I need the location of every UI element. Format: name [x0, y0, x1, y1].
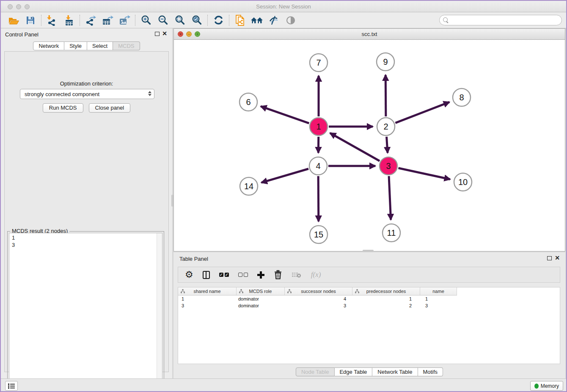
export-image-icon[interactable]	[116, 14, 133, 27]
zoom-in-icon[interactable]	[138, 14, 154, 27]
tab-mcds[interactable]: MCDS	[113, 41, 140, 50]
graph-node-1[interactable]: 1	[310, 118, 328, 135]
settings-gear-icon[interactable]: ⚙	[185, 270, 193, 279]
memory-button[interactable]: Memory	[530, 381, 563, 391]
table-cell: 4	[285, 296, 352, 301]
graph-node-7[interactable]: 7	[310, 54, 328, 72]
toolbar-separator	[207, 15, 208, 26]
svg-text:15: 15	[314, 230, 323, 239]
graph-edge-3-1[interactable]	[330, 133, 380, 161]
column-header-shared-name[interactable]: shared name	[178, 287, 237, 295]
optimization-criterion-select[interactable]: strongly connected component	[20, 89, 154, 99]
column-header-mcds-role[interactable]: MCDS role	[237, 287, 285, 295]
graph-node-8[interactable]: 8	[453, 88, 471, 106]
control-panel-title: Control Panel	[5, 31, 39, 38]
status-bar: Memory	[1, 378, 566, 392]
show-log-button[interactable]	[5, 381, 18, 391]
zoom-out-icon[interactable]	[154, 14, 171, 27]
table-panel: Table Panel ✕ ⚙ ✓✓ f(x) shared name MCDS…	[173, 252, 565, 378]
svg-text:4: 4	[316, 161, 320, 171]
window-titlebar: Session: New Session	[1, 1, 566, 12]
mcds-result-area[interactable]: 1 3	[9, 233, 162, 389]
open-file-icon[interactable]	[5, 14, 22, 27]
import-network-icon[interactable]	[44, 14, 61, 27]
search-input[interactable]	[451, 17, 561, 23]
graph-edge-2-3[interactable]	[387, 137, 388, 153]
graph-edge-1-6[interactable]	[261, 106, 309, 123]
graph-edge-2-9[interactable]	[385, 75, 386, 116]
table-splitter-handle[interactable]	[363, 250, 374, 252]
tab-network-table[interactable]: Network Table	[372, 367, 418, 376]
delete-row-icon[interactable]	[274, 270, 282, 279]
svg-text:1: 1	[316, 122, 321, 131]
graph-node-15[interactable]: 15	[310, 226, 328, 243]
selected-option: strongly connected component	[25, 91, 99, 97]
panel-splitter-handle[interactable]	[171, 195, 173, 207]
table-tabs: Node Table Edge Table Network Table Moti…	[296, 367, 443, 376]
apply-layout-icon[interactable]	[210, 14, 227, 27]
graph-node-9[interactable]: 9	[377, 53, 394, 71]
hide-graphics-details-icon[interactable]	[265, 14, 282, 27]
control-panel-tabs: Network Style Select MCDS	[1, 41, 172, 50]
table-float-icon[interactable]	[547, 256, 552, 260]
table-cell: 1	[178, 296, 237, 301]
column-header-successor-nodes[interactable]: successor nodes	[285, 287, 352, 295]
table-row[interactable]: 1dominator411	[178, 295, 457, 302]
run-mcds-button[interactable]: Run MCDS	[43, 103, 83, 113]
graph-edge-3-10[interactable]	[398, 168, 450, 179]
network-canvas[interactable]: 7968124314101511	[174, 40, 565, 251]
tab-style[interactable]: Style	[64, 41, 87, 50]
graph-node-3[interactable]: 3	[380, 157, 397, 175]
unselect-all-icon[interactable]	[238, 273, 248, 277]
svg-text:3: 3	[386, 161, 391, 171]
graph-node-14[interactable]: 14	[240, 177, 258, 195]
graph-node-4[interactable]: 4	[309, 157, 327, 175]
show-all-networks-icon[interactable]	[248, 14, 265, 27]
search-field[interactable]	[439, 15, 562, 25]
float-panel-icon[interactable]	[155, 32, 160, 36]
table-cell: dominator	[237, 296, 285, 301]
memory-status-icon	[534, 384, 539, 389]
table-close-icon[interactable]: ✕	[555, 254, 560, 261]
zoom-selected-icon[interactable]	[188, 14, 205, 27]
toolbar-separator	[135, 15, 135, 26]
graph-edge-4-15[interactable]	[318, 176, 319, 221]
graph-edge-3-11[interactable]	[389, 176, 391, 220]
select-all-icon[interactable]: ✓✓	[219, 273, 229, 277]
column-header-name[interactable]: name	[420, 287, 457, 295]
tab-network[interactable]: Network	[33, 41, 64, 50]
column-header-predecessor-nodes[interactable]: predecessor nodes	[352, 287, 420, 295]
add-row-icon[interactable]	[257, 271, 264, 279]
svg-text:11: 11	[387, 228, 396, 237]
main-toolbar	[1, 12, 566, 28]
zoom-fit-icon[interactable]	[171, 14, 188, 27]
result-scrollbar[interactable]	[157, 233, 162, 389]
save-session-icon[interactable]	[22, 14, 39, 27]
svg-text:9: 9	[383, 57, 388, 66]
graph-node-10[interactable]: 10	[454, 173, 472, 191]
node-table-rows: 1dominator4113dominator323	[178, 295, 560, 309]
network-window-titlebar[interactable]: ✕ − + scc.txt	[174, 29, 565, 40]
tab-select[interactable]: Select	[87, 41, 113, 50]
graph-edge-2-8[interactable]	[395, 102, 449, 123]
bird-eye-view-icon[interactable]	[282, 14, 299, 27]
toolbar-separator	[229, 15, 229, 26]
import-table-icon[interactable]	[61, 14, 77, 27]
copy-network-icon[interactable]	[231, 14, 248, 27]
graph-node-11[interactable]: 11	[383, 224, 400, 242]
export-table-icon[interactable]	[99, 14, 116, 27]
show-columns-icon[interactable]	[203, 271, 210, 279]
close-panel-button[interactable]: Close panel	[89, 103, 131, 113]
graph-node-6[interactable]: 6	[239, 93, 257, 111]
node-table[interactable]: shared name MCDS role successor nodes pr…	[178, 287, 560, 364]
table-row[interactable]: 3dominator323	[178, 302, 457, 309]
export-network-icon[interactable]	[82, 14, 99, 27]
graph-node-2[interactable]: 2	[377, 118, 395, 135]
tab-edge-table[interactable]: Edge Table	[334, 367, 372, 376]
close-panel-icon[interactable]: ✕	[162, 30, 167, 37]
function-builder-icon: f(x)	[311, 271, 321, 279]
mcds-result-group: MCDS result (2 nodes) 1 3	[7, 231, 164, 391]
tab-node-table[interactable]: Node Table	[296, 367, 335, 376]
tab-motifs[interactable]: Motifs	[418, 367, 443, 376]
graph-edge-4-14[interactable]	[261, 169, 308, 183]
